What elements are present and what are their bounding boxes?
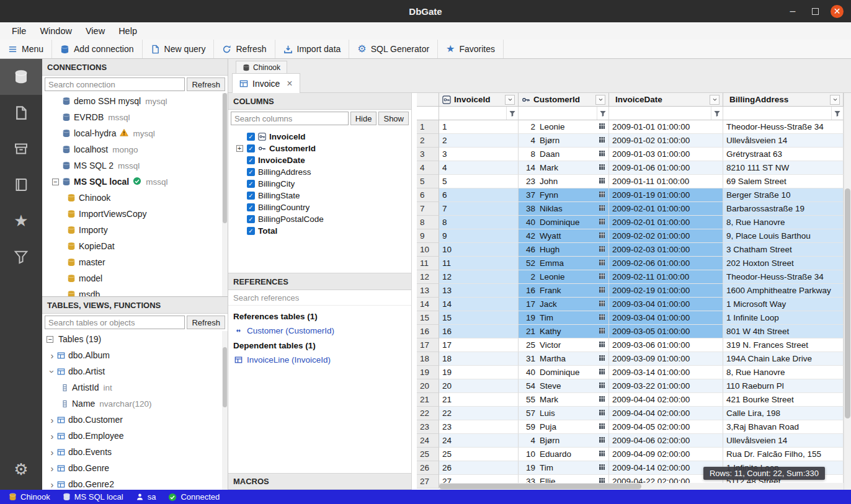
- checkbox-checked[interactable]: ✓: [247, 168, 255, 176]
- grid-corner[interactable]: [417, 93, 439, 107]
- filter-input-invoiceid[interactable]: [439, 107, 506, 120]
- column-row-billingcity[interactable]: ✓BillingCity: [228, 178, 411, 190]
- filter-icon[interactable]: [711, 107, 723, 120]
- statusbar-connection[interactable]: MS SQL local: [56, 490, 130, 504]
- cell-customerid[interactable]: 42Wyatt: [519, 229, 609, 243]
- connections-refresh-button[interactable]: Refresh: [187, 77, 225, 91]
- toolbar-import-data-button[interactable]: Import data: [275, 40, 350, 58]
- cell-billingaddress[interactable]: 319 N. Frances Street: [723, 338, 844, 352]
- tables-refresh-button[interactable]: Refresh: [187, 316, 225, 329]
- cell-customerid[interactable]: 17Jack: [519, 298, 609, 311]
- cell-invoiceid[interactable]: 7: [439, 202, 519, 216]
- filter-input-billingaddress[interactable]: [723, 107, 831, 120]
- cell-invoicedate[interactable]: 2009-03-09 01:00:00: [609, 352, 723, 366]
- row-number[interactable]: 22: [417, 407, 439, 420]
- row-number[interactable]: 3: [417, 148, 439, 161]
- panel-splitter[interactable]: [412, 93, 417, 490]
- cell-invoicedate[interactable]: 2009-02-11 01:00:00: [609, 270, 723, 284]
- column-header-invoiceid[interactable]: InvoiceId: [439, 93, 519, 107]
- cell-billingaddress[interactable]: 3 Chatham Street: [723, 243, 844, 257]
- cell-invoiceid[interactable]: 4: [439, 161, 519, 175]
- cell-invoiceid[interactable]: 21: [439, 393, 519, 407]
- cell-invoicedate[interactable]: 2009-01-03 01:00:00: [609, 148, 723, 161]
- filter-icon[interactable]: [597, 107, 608, 120]
- row-number[interactable]: 1: [417, 120, 439, 134]
- cell-invoicedate[interactable]: 2009-02-06 01:00:00: [609, 257, 723, 270]
- open-reference-icon[interactable]: [599, 231, 605, 241]
- row-number[interactable]: 16: [417, 325, 439, 338]
- cell-customerid[interactable]: 21Kathy: [519, 325, 609, 338]
- row-number[interactable]: 24: [417, 434, 439, 448]
- horizontal-scrollbar[interactable]: [439, 483, 844, 490]
- open-reference-icon[interactable]: [599, 190, 605, 200]
- cell-invoicedate[interactable]: 2009-03-14 01:00:00: [609, 366, 723, 379]
- cell-billingaddress[interactable]: Theodor-Heuss-Straße 34: [723, 120, 844, 134]
- cell-invoicedate[interactable]: 2009-01-06 01:00:00: [609, 161, 723, 175]
- row-number[interactable]: 7: [417, 202, 439, 216]
- cell-billingaddress[interactable]: 1 Microsoft Way: [723, 298, 844, 311]
- cell-billingaddress[interactable]: 8210 111 ST NW: [723, 161, 844, 175]
- checkbox-checked[interactable]: ✓: [247, 227, 255, 235]
- toolbar-refresh-button[interactable]: Refresh: [214, 40, 275, 58]
- row-number[interactable]: 4: [417, 161, 439, 175]
- chevron-right-icon[interactable]: ›: [47, 415, 57, 425]
- row-number[interactable]: 15: [417, 311, 439, 325]
- checkbox-checked[interactable]: ✓: [247, 215, 255, 223]
- cell-customerid[interactable]: 4Bjørn: [519, 134, 609, 148]
- open-reference-icon[interactable]: [599, 354, 605, 363]
- cell-billingaddress[interactable]: 1 Infinite Loop: [723, 311, 844, 325]
- close-icon[interactable]: ✕: [831, 5, 844, 18]
- activitybar-connections[interactable]: [0, 59, 42, 95]
- row-number[interactable]: 27: [417, 475, 439, 489]
- row-number[interactable]: 6: [417, 188, 439, 202]
- open-reference-icon[interactable]: [599, 245, 605, 254]
- cell-billingaddress[interactable]: Rua Dr. Falcão Filho, 155: [723, 448, 844, 461]
- chevron-right-icon[interactable]: ›: [47, 463, 57, 474]
- hide-column-button[interactable]: Hide: [350, 112, 377, 125]
- connection-item-master[interactable]: master: [42, 254, 228, 270]
- connection-item-localhost[interactable]: localhostmongo: [42, 141, 228, 157]
- connection-item-importviewscopy[interactable]: ImportViewsCopy: [42, 206, 228, 222]
- open-reference-icon[interactable]: [599, 163, 605, 172]
- row-number[interactable]: 2: [417, 134, 439, 148]
- cell-billingaddress[interactable]: Theodor-Heuss-Straße 34: [723, 270, 844, 284]
- maximize-icon[interactable]: [808, 4, 822, 18]
- cell-invoicedate[interactable]: 2009-04-04 02:00:00: [609, 407, 723, 420]
- horizontal-scrollbar-thumb[interactable]: [439, 484, 641, 489]
- open-reference-icon[interactable]: [599, 368, 605, 377]
- cell-customerid[interactable]: 40Dominique: [519, 366, 609, 379]
- cell-billingaddress[interactable]: Berger Straße 10: [723, 188, 844, 202]
- cell-invoiceid[interactable]: 23: [439, 420, 519, 434]
- table-item-dbo-artist[interactable]: ›dbo.Artist: [42, 363, 228, 379]
- columns-search-input[interactable]: [231, 112, 349, 125]
- activitybar-filters[interactable]: [0, 239, 42, 275]
- cell-invoiceid[interactable]: 3: [439, 148, 519, 161]
- cell-customerid[interactable]: 19Tim: [519, 461, 609, 475]
- cell-billingaddress[interactable]: 8, Rue Hanovre: [723, 366, 844, 379]
- activitybar-favorites[interactable]: ★: [0, 203, 42, 239]
- open-reference-icon[interactable]: [599, 381, 605, 391]
- cell-invoiceid[interactable]: 15: [439, 311, 519, 325]
- statusbar-status[interactable]: Connected: [162, 490, 226, 504]
- menu-window[interactable]: Window: [33, 22, 79, 40]
- row-number[interactable]: 9: [417, 229, 439, 243]
- cell-invoicedate[interactable]: 2009-03-22 01:00:00: [609, 379, 723, 393]
- toolbar-favorites-button[interactable]: ★Favorites: [438, 40, 504, 58]
- open-reference-icon[interactable]: [599, 422, 605, 431]
- connection-item-ms-sql-local[interactable]: −MS SQL localmssql: [42, 174, 228, 190]
- column-item-artistid[interactable]: ArtistIdint: [42, 379, 228, 396]
- cell-invoicedate[interactable]: 2009-03-04 01:00:00: [609, 298, 723, 311]
- activitybar-archive[interactable]: [0, 131, 42, 167]
- activitybar-settings[interactable]: ⚙: [0, 451, 42, 487]
- checkbox-checked[interactable]: ✓: [247, 192, 255, 200]
- row-number[interactable]: 8: [417, 216, 439, 229]
- statusbar-user[interactable]: sa: [130, 490, 163, 504]
- cell-invoiceid[interactable]: 18: [439, 352, 519, 366]
- cell-invoicedate[interactable]: 2009-03-04 01:00:00: [609, 311, 723, 325]
- cell-invoiceid[interactable]: 10: [439, 243, 519, 257]
- open-reference-icon[interactable]: [599, 409, 605, 418]
- open-reference-icon[interactable]: [599, 299, 605, 309]
- connection-item-demo-ssh-mysql[interactable]: demo SSH mysqlmysql: [42, 93, 228, 109]
- open-reference-icon[interactable]: [599, 218, 605, 227]
- chevron-right-icon[interactable]: ›: [47, 479, 57, 490]
